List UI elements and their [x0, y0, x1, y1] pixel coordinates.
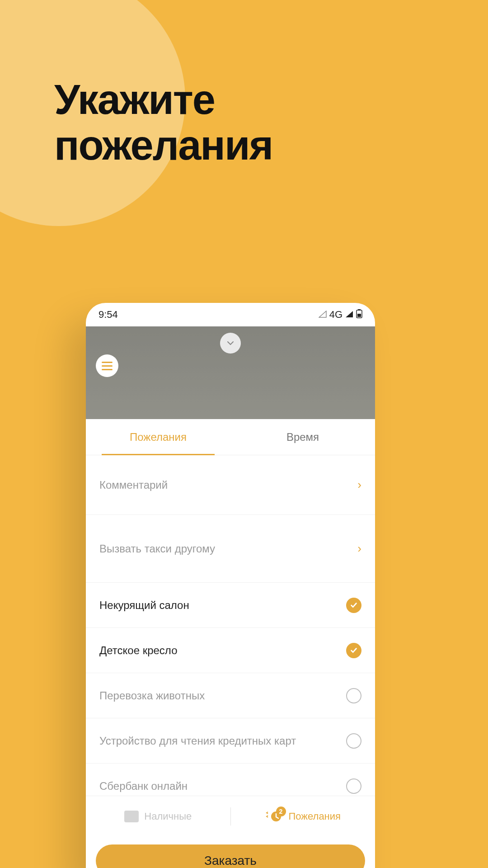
payment-method-button[interactable]: Наличные: [86, 811, 230, 822]
checkbox-unchecked-icon[interactable]: [346, 688, 361, 703]
bottom-bar: Наличные 2 Пожелания: [86, 796, 375, 836]
headline-line-2: пожелания: [54, 123, 272, 168]
wishes-badge: 2: [276, 807, 286, 816]
status-time: 9:54: [99, 309, 118, 321]
option-label: Перевозка животных: [99, 689, 205, 702]
promo-headline: Укажите пожелания: [54, 77, 272, 168]
collapse-button[interactable]: [220, 333, 241, 354]
checkbox-checked-icon[interactable]: [346, 598, 361, 613]
option-row[interactable]: Устройство для чтения кредитных карт: [86, 718, 375, 764]
payment-label: Наличные: [144, 811, 192, 822]
comment-row[interactable]: Комментарий ›: [86, 455, 375, 515]
comment-label: Комментарий: [99, 479, 168, 491]
option-row[interactable]: Некурящий салон: [86, 583, 375, 628]
order-button[interactable]: Заказать: [96, 844, 365, 868]
tab-time[interactable]: Время: [230, 419, 375, 455]
battery-icon: [356, 309, 362, 321]
status-bar: 9:54 4G: [86, 303, 375, 326]
option-row[interactable]: Перевозка животных: [86, 673, 375, 718]
chevron-right-icon: ›: [357, 542, 361, 556]
wishes-list: Комментарий › Вызвать такси другому › Не…: [86, 455, 375, 796]
option-label: Детское кресло: [99, 644, 177, 657]
chevron-right-icon: ›: [357, 478, 361, 492]
tab-wishes[interactable]: Пожелания: [86, 419, 230, 455]
signal-empty-icon: [319, 310, 327, 320]
wishes-icon: 2: [265, 809, 283, 824]
call-for-other-row[interactable]: Вызвать такси другому ›: [86, 515, 375, 583]
svg-rect-2: [357, 314, 361, 317]
signal-full-icon: [345, 310, 353, 320]
checkbox-unchecked-icon[interactable]: [346, 778, 361, 794]
option-label: Устройство для чтения кредитных карт: [99, 735, 296, 747]
order-button-wrap: Заказать: [86, 836, 375, 868]
tab-wishes-label: Пожелания: [130, 431, 187, 443]
tabs: Пожелания Время: [86, 419, 375, 455]
option-label: Сбербанк онлайн: [99, 780, 188, 793]
option-label: Некурящий салон: [99, 599, 189, 612]
option-row[interactable]: Детское кресло: [86, 628, 375, 673]
checkbox-checked-icon[interactable]: [346, 643, 361, 658]
headline-line-1: Укажите: [54, 77, 272, 123]
call-for-other-label: Вызвать такси другому: [99, 542, 215, 555]
phone-frame: 9:54 4G Пожелания Время: [86, 303, 375, 868]
status-right: 4G: [319, 309, 362, 321]
menu-button[interactable]: [96, 354, 118, 377]
checkbox-unchecked-icon[interactable]: [346, 733, 361, 749]
wishes-summary-button[interactable]: 2 Пожелания: [231, 809, 375, 824]
map-preview: [86, 326, 375, 419]
wallet-icon: [124, 811, 139, 822]
option-row[interactable]: Сбербанк онлайн: [86, 764, 375, 796]
order-button-label: Заказать: [204, 854, 257, 868]
network-label: 4G: [329, 309, 343, 321]
wishes-summary-label: Пожелания: [289, 811, 341, 822]
tab-time-label: Время: [286, 431, 319, 443]
